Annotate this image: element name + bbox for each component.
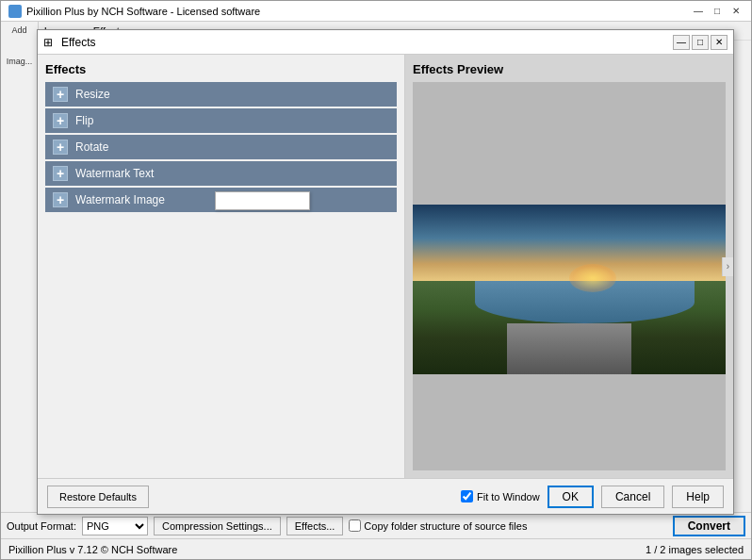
sun-glow bbox=[569, 264, 616, 292]
effect-label-flip: Flip bbox=[75, 114, 93, 127]
dialog-minimize-button[interactable]: — bbox=[673, 35, 690, 50]
landscape-image bbox=[413, 205, 726, 374]
help-button[interactable]: Help bbox=[672, 486, 724, 508]
effect-label-rotate: Rotate bbox=[75, 140, 108, 154]
app-title-bar: Pixillion Plus by NCH Software - License… bbox=[1, 1, 751, 22]
app-title: Pixillion Plus by NCH Software - License… bbox=[26, 6, 691, 17]
effects-dialog: ⊞ Effects — □ ✕ Effects + Resize + Flip bbox=[37, 29, 734, 515]
output-bar: Output Format: PNG JPG BMP Compression S… bbox=[1, 512, 751, 538]
copy-folder-checkbox-label: Copy folder structure of source files bbox=[349, 519, 527, 532]
ok-button[interactable]: OK bbox=[548, 486, 594, 508]
restore-defaults-button[interactable]: Restore Defaults bbox=[47, 486, 149, 508]
fit-to-window-label: Fit to Window bbox=[477, 491, 540, 502]
effect-item-watermark-text[interactable]: + Watermark Text Collapse/Expand bbox=[45, 161, 397, 186]
preview-title: Effects Preview bbox=[413, 62, 726, 76]
effect-label-watermark-image: Watermark Image bbox=[75, 193, 165, 206]
effect-item-flip[interactable]: + Flip bbox=[45, 108, 397, 133]
effect-expand-flip[interactable]: + bbox=[53, 113, 68, 128]
copy-folder-checkbox[interactable] bbox=[349, 519, 361, 532]
app-window: Pixillion Plus by NCH Software - License… bbox=[0, 0, 752, 560]
app-left-sidebar: Add Imag... bbox=[1, 22, 39, 538]
effects-panel: Effects + Resize + Flip + Rotate + bbox=[38, 55, 405, 478]
preview-panel: Effects Preview bbox=[405, 55, 733, 478]
effect-label-watermark-text: Watermark Text bbox=[75, 167, 154, 180]
preview-top-area bbox=[413, 82, 726, 205]
effect-expand-resize[interactable]: + bbox=[53, 87, 68, 102]
dialog-title-bar: ⊞ Effects — □ ✕ bbox=[38, 30, 733, 55]
effect-expand-watermark-image[interactable]: + bbox=[53, 192, 68, 207]
app-minimize-button[interactable]: — bbox=[691, 5, 706, 18]
dialog-maximize-button[interactable]: □ bbox=[692, 35, 709, 50]
sidebar-add: Add bbox=[11, 25, 26, 35]
effect-item-resize[interactable]: + Resize bbox=[45, 82, 397, 107]
effects-panel-title: Effects bbox=[45, 62, 397, 76]
effect-item-rotate[interactable]: + Rotate bbox=[45, 135, 397, 159]
status-bar: Pixillion Plus v 7.12 © NCH Software 1 /… bbox=[1, 538, 751, 559]
fit-to-window-container: Fit to Window bbox=[461, 490, 540, 502]
selection-text: 1 / 2 images selected bbox=[646, 544, 744, 555]
effect-expand-rotate[interactable]: + bbox=[53, 140, 68, 155]
app-maximize-button[interactable]: □ bbox=[710, 5, 725, 18]
dialog-title-controls: — □ ✕ bbox=[673, 35, 727, 50]
app-close-button[interactable]: ✕ bbox=[728, 5, 744, 18]
sidebar-images: Imag... bbox=[7, 57, 33, 66]
dialog-title: Effects bbox=[61, 36, 673, 49]
preview-bottom-area bbox=[413, 374, 726, 470]
preview-main-image bbox=[413, 205, 726, 374]
output-format-select[interactable]: PNG JPG BMP bbox=[82, 517, 148, 535]
cancel-button[interactable]: Cancel bbox=[601, 486, 664, 508]
output-format-label: Output Format: bbox=[7, 520, 76, 532]
collapse-expand-tooltip: Collapse/Expand bbox=[215, 191, 310, 210]
dialog-body: Effects + Resize + Flip + Rotate + bbox=[38, 55, 733, 478]
app-title-controls: — □ ✕ bbox=[691, 5, 744, 18]
fit-to-window-checkbox[interactable] bbox=[461, 490, 473, 502]
compression-settings-button[interactable]: Compression Settings... bbox=[154, 517, 281, 535]
effects-button[interactable]: Effects... bbox=[286, 517, 344, 535]
app-icon bbox=[8, 5, 22, 18]
convert-button[interactable]: Convert bbox=[673, 516, 745, 536]
dialog-footer: Restore Defaults Fit to Window OK Cancel… bbox=[38, 478, 733, 514]
effect-label-resize: Resize bbox=[75, 88, 110, 101]
dialog-close-button[interactable]: ✕ bbox=[711, 35, 727, 50]
effect-expand-watermark-text[interactable]: + bbox=[53, 166, 68, 181]
dialog-icon: ⊞ bbox=[43, 36, 57, 49]
version-text: Pixillion Plus v 7.12 © NCH Software bbox=[8, 544, 177, 555]
road-area bbox=[507, 323, 632, 374]
scroll-arrow-right[interactable]: › bbox=[722, 257, 733, 276]
